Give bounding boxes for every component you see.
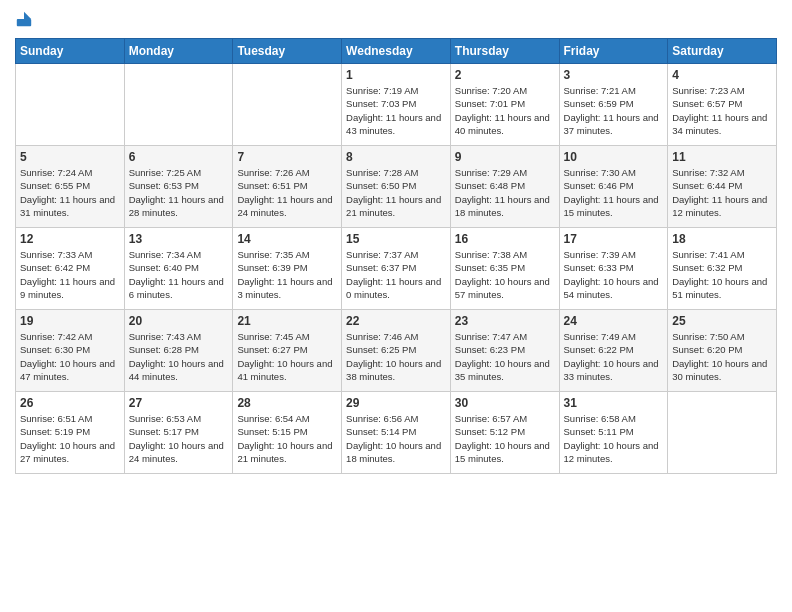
day-info: Sunrise: 7:24 AM Sunset: 6:55 PM Dayligh… bbox=[20, 166, 120, 219]
day-info: Sunrise: 7:28 AM Sunset: 6:50 PM Dayligh… bbox=[346, 166, 446, 219]
day-info: Sunrise: 7:49 AM Sunset: 6:22 PM Dayligh… bbox=[564, 330, 664, 383]
calendar-day-cell: 22Sunrise: 7:46 AM Sunset: 6:25 PM Dayli… bbox=[342, 310, 451, 392]
day-info: Sunrise: 6:57 AM Sunset: 5:12 PM Dayligh… bbox=[455, 412, 555, 465]
day-info: Sunrise: 7:43 AM Sunset: 6:28 PM Dayligh… bbox=[129, 330, 229, 383]
calendar-day-cell: 31Sunrise: 6:58 AM Sunset: 5:11 PM Dayli… bbox=[559, 392, 668, 474]
calendar-day-cell: 25Sunrise: 7:50 AM Sunset: 6:20 PM Dayli… bbox=[668, 310, 777, 392]
day-number: 31 bbox=[564, 396, 664, 410]
day-number: 14 bbox=[237, 232, 337, 246]
day-info: Sunrise: 7:41 AM Sunset: 6:32 PM Dayligh… bbox=[672, 248, 772, 301]
weekday-header-cell: Wednesday bbox=[342, 39, 451, 64]
day-number: 10 bbox=[564, 150, 664, 164]
day-info: Sunrise: 7:21 AM Sunset: 6:59 PM Dayligh… bbox=[564, 84, 664, 137]
calendar-week-row: 19Sunrise: 7:42 AM Sunset: 6:30 PM Dayli… bbox=[16, 310, 777, 392]
calendar-day-cell: 26Sunrise: 6:51 AM Sunset: 5:19 PM Dayli… bbox=[16, 392, 125, 474]
day-number: 7 bbox=[237, 150, 337, 164]
day-info: Sunrise: 6:56 AM Sunset: 5:14 PM Dayligh… bbox=[346, 412, 446, 465]
calendar-day-cell bbox=[124, 64, 233, 146]
day-number: 16 bbox=[455, 232, 555, 246]
day-number: 15 bbox=[346, 232, 446, 246]
day-number: 6 bbox=[129, 150, 229, 164]
calendar-day-cell: 1Sunrise: 7:19 AM Sunset: 7:03 PM Daylig… bbox=[342, 64, 451, 146]
day-info: Sunrise: 7:33 AM Sunset: 6:42 PM Dayligh… bbox=[20, 248, 120, 301]
day-info: Sunrise: 7:20 AM Sunset: 7:01 PM Dayligh… bbox=[455, 84, 555, 137]
calendar-day-cell: 23Sunrise: 7:47 AM Sunset: 6:23 PM Dayli… bbox=[450, 310, 559, 392]
day-info: Sunrise: 6:53 AM Sunset: 5:17 PM Dayligh… bbox=[129, 412, 229, 465]
calendar-day-cell bbox=[233, 64, 342, 146]
calendar-day-cell: 28Sunrise: 6:54 AM Sunset: 5:15 PM Dayli… bbox=[233, 392, 342, 474]
day-info: Sunrise: 7:26 AM Sunset: 6:51 PM Dayligh… bbox=[237, 166, 337, 219]
day-info: Sunrise: 6:54 AM Sunset: 5:15 PM Dayligh… bbox=[237, 412, 337, 465]
day-number: 22 bbox=[346, 314, 446, 328]
calendar-day-cell: 18Sunrise: 7:41 AM Sunset: 6:32 PM Dayli… bbox=[668, 228, 777, 310]
calendar-day-cell: 27Sunrise: 6:53 AM Sunset: 5:17 PM Dayli… bbox=[124, 392, 233, 474]
day-info: Sunrise: 7:35 AM Sunset: 6:39 PM Dayligh… bbox=[237, 248, 337, 301]
calendar-day-cell: 14Sunrise: 7:35 AM Sunset: 6:39 PM Dayli… bbox=[233, 228, 342, 310]
day-info: Sunrise: 7:30 AM Sunset: 6:46 PM Dayligh… bbox=[564, 166, 664, 219]
day-number: 21 bbox=[237, 314, 337, 328]
calendar-day-cell: 12Sunrise: 7:33 AM Sunset: 6:42 PM Dayli… bbox=[16, 228, 125, 310]
calendar-day-cell: 15Sunrise: 7:37 AM Sunset: 6:37 PM Dayli… bbox=[342, 228, 451, 310]
calendar-week-row: 5Sunrise: 7:24 AM Sunset: 6:55 PM Daylig… bbox=[16, 146, 777, 228]
day-number: 27 bbox=[129, 396, 229, 410]
day-number: 28 bbox=[237, 396, 337, 410]
day-number: 18 bbox=[672, 232, 772, 246]
day-info: Sunrise: 7:42 AM Sunset: 6:30 PM Dayligh… bbox=[20, 330, 120, 383]
day-info: Sunrise: 7:34 AM Sunset: 6:40 PM Dayligh… bbox=[129, 248, 229, 301]
day-number: 30 bbox=[455, 396, 555, 410]
calendar-day-cell: 2Sunrise: 7:20 AM Sunset: 7:01 PM Daylig… bbox=[450, 64, 559, 146]
day-number: 11 bbox=[672, 150, 772, 164]
weekday-header-cell: Thursday bbox=[450, 39, 559, 64]
day-info: Sunrise: 7:29 AM Sunset: 6:48 PM Dayligh… bbox=[455, 166, 555, 219]
day-info: Sunrise: 7:25 AM Sunset: 6:53 PM Dayligh… bbox=[129, 166, 229, 219]
calendar-week-row: 12Sunrise: 7:33 AM Sunset: 6:42 PM Dayli… bbox=[16, 228, 777, 310]
day-info: Sunrise: 7:32 AM Sunset: 6:44 PM Dayligh… bbox=[672, 166, 772, 219]
day-info: Sunrise: 7:38 AM Sunset: 6:35 PM Dayligh… bbox=[455, 248, 555, 301]
weekday-header-cell: Sunday bbox=[16, 39, 125, 64]
day-number: 24 bbox=[564, 314, 664, 328]
day-number: 26 bbox=[20, 396, 120, 410]
day-number: 25 bbox=[672, 314, 772, 328]
calendar-day-cell: 17Sunrise: 7:39 AM Sunset: 6:33 PM Dayli… bbox=[559, 228, 668, 310]
day-info: Sunrise: 6:51 AM Sunset: 5:19 PM Dayligh… bbox=[20, 412, 120, 465]
weekday-header-cell: Friday bbox=[559, 39, 668, 64]
calendar-day-cell: 10Sunrise: 7:30 AM Sunset: 6:46 PM Dayli… bbox=[559, 146, 668, 228]
weekday-header-cell: Saturday bbox=[668, 39, 777, 64]
day-info: Sunrise: 7:45 AM Sunset: 6:27 PM Dayligh… bbox=[237, 330, 337, 383]
calendar-day-cell: 29Sunrise: 6:56 AM Sunset: 5:14 PM Dayli… bbox=[342, 392, 451, 474]
day-number: 19 bbox=[20, 314, 120, 328]
weekday-header-cell: Tuesday bbox=[233, 39, 342, 64]
calendar-week-row: 1Sunrise: 7:19 AM Sunset: 7:03 PM Daylig… bbox=[16, 64, 777, 146]
calendar-day-cell: 19Sunrise: 7:42 AM Sunset: 6:30 PM Dayli… bbox=[16, 310, 125, 392]
day-info: Sunrise: 7:39 AM Sunset: 6:33 PM Dayligh… bbox=[564, 248, 664, 301]
calendar-day-cell: 3Sunrise: 7:21 AM Sunset: 6:59 PM Daylig… bbox=[559, 64, 668, 146]
day-number: 9 bbox=[455, 150, 555, 164]
day-number: 8 bbox=[346, 150, 446, 164]
calendar-table: SundayMondayTuesdayWednesdayThursdayFrid… bbox=[15, 38, 777, 474]
calendar-day-cell: 30Sunrise: 6:57 AM Sunset: 5:12 PM Dayli… bbox=[450, 392, 559, 474]
day-number: 2 bbox=[455, 68, 555, 82]
calendar-day-cell: 7Sunrise: 7:26 AM Sunset: 6:51 PM Daylig… bbox=[233, 146, 342, 228]
calendar-day-cell: 8Sunrise: 7:28 AM Sunset: 6:50 PM Daylig… bbox=[342, 146, 451, 228]
calendar-day-cell bbox=[16, 64, 125, 146]
weekday-header-cell: Monday bbox=[124, 39, 233, 64]
day-info: Sunrise: 7:47 AM Sunset: 6:23 PM Dayligh… bbox=[455, 330, 555, 383]
weekday-header-row: SundayMondayTuesdayWednesdayThursdayFrid… bbox=[16, 39, 777, 64]
calendar-day-cell: 13Sunrise: 7:34 AM Sunset: 6:40 PM Dayli… bbox=[124, 228, 233, 310]
day-info: Sunrise: 7:50 AM Sunset: 6:20 PM Dayligh… bbox=[672, 330, 772, 383]
day-number: 5 bbox=[20, 150, 120, 164]
day-number: 29 bbox=[346, 396, 446, 410]
logo-icon bbox=[15, 10, 33, 28]
calendar-body: 1Sunrise: 7:19 AM Sunset: 7:03 PM Daylig… bbox=[16, 64, 777, 474]
calendar-day-cell: 4Sunrise: 7:23 AM Sunset: 6:57 PM Daylig… bbox=[668, 64, 777, 146]
day-info: Sunrise: 6:58 AM Sunset: 5:11 PM Dayligh… bbox=[564, 412, 664, 465]
day-info: Sunrise: 7:46 AM Sunset: 6:25 PM Dayligh… bbox=[346, 330, 446, 383]
logo bbox=[15, 10, 35, 28]
calendar-day-cell: 11Sunrise: 7:32 AM Sunset: 6:44 PM Dayli… bbox=[668, 146, 777, 228]
day-number: 1 bbox=[346, 68, 446, 82]
calendar-day-cell bbox=[668, 392, 777, 474]
calendar-day-cell: 5Sunrise: 7:24 AM Sunset: 6:55 PM Daylig… bbox=[16, 146, 125, 228]
calendar-day-cell: 16Sunrise: 7:38 AM Sunset: 6:35 PM Dayli… bbox=[450, 228, 559, 310]
day-number: 4 bbox=[672, 68, 772, 82]
calendar-day-cell: 20Sunrise: 7:43 AM Sunset: 6:28 PM Dayli… bbox=[124, 310, 233, 392]
